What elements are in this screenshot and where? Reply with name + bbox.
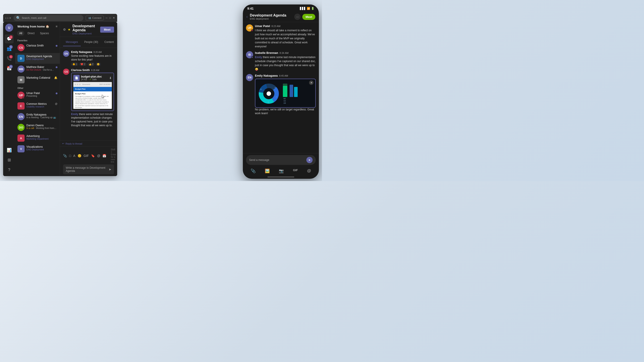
phone-msg-author-umar: Umar Patel (255, 24, 270, 28)
phone-send-button[interactable]: ➤ (306, 157, 312, 163)
unread-dot-umar (56, 92, 58, 94)
mention-icon[interactable]: @ (97, 154, 100, 158)
video-icon: 📹 (88, 16, 91, 19)
chat-item-clarissa[interactable]: CS Clarissa Smith (15, 42, 60, 53)
phone-message-umar: UP Umar Patel 8:23 AM I think we should … (246, 24, 316, 48)
forward-button[interactable]: › (8, 16, 8, 20)
phone-attach-icon[interactable]: 📎 (251, 168, 256, 173)
minimize-button[interactable]: ─ (106, 16, 108, 19)
format-icon[interactable]: □ (69, 154, 71, 158)
tab-messages[interactable]: Messages (63, 38, 81, 46)
preview-title-text: Budget Plan (75, 88, 86, 90)
window-controls[interactable]: ─ □ ✕ (106, 16, 115, 19)
unread-dot-clarissa (56, 45, 58, 47)
reaction-3[interactable]: 👍 2 (88, 62, 94, 66)
favorites-label: Favorites (15, 37, 60, 42)
phone-msg-content-isabelle: Isabelle Brennan 8:34 AM Emily there wer… (255, 51, 316, 71)
compose-toolbar: 📎 □ A 😊 GIF 🔖 @ 📅 Shift + Enter for a ne… (63, 148, 114, 164)
connect-button[interactable]: 📹 Connect (86, 16, 104, 20)
reaction-1[interactable]: 🐥 1 (71, 62, 78, 66)
chat-item-dev-agenda[interactable]: D Development Agenda ENG Deployment (15, 53, 60, 64)
close-button[interactable]: ✕ (113, 16, 115, 19)
nav-arrows[interactable]: ‹ › + (5, 16, 11, 20)
messages-area: EN Emily Nakagawa 8:20 AM Some exciting … (60, 48, 117, 141)
chat-item-umar[interactable]: UP Umar Patel Presenting (15, 90, 60, 100)
phone-msg-header-isabelle: Isabelle Brennan 8:34 AM (255, 51, 316, 54)
phone-back-button[interactable]: ‹ (246, 15, 248, 19)
add-button[interactable]: + (9, 16, 11, 20)
send-button[interactable]: ➤ (109, 168, 111, 171)
chat-item-emily[interactable]: EN Emily Nakagawa In a meeting · Catchin… (15, 111, 60, 122)
chat-item-advertising[interactable]: A Advertising Marketing Department (15, 133, 60, 143)
tab-all[interactable]: All (17, 31, 24, 36)
tab-spaces[interactable]: Spaces (38, 31, 51, 36)
avatar-visualizations: V (18, 145, 24, 152)
sidebar-item-apps[interactable]: ⊞ (5, 156, 14, 164)
file-preview: Documents EDIT IN WORD Budget Plan Budge… (73, 82, 112, 109)
svg-text:Z: Z (276, 96, 277, 98)
reply-thread[interactable]: ↩ Reply to thread (60, 141, 117, 146)
meet-button[interactable]: Meet (100, 26, 114, 33)
reaction-4[interactable]: 😊 (96, 62, 101, 66)
svg-text:MZ: MZ (284, 98, 286, 99)
reaction-2[interactable]: ❤️ 2 (79, 62, 86, 66)
star-icon[interactable]: ★ (68, 28, 71, 31)
sidebar-item-analytics[interactable]: 📊 (5, 146, 14, 155)
preview-content: Budget Plan The budget of a company is o… (73, 91, 112, 109)
chat-info-umar: Umar Patel Presenting (26, 92, 54, 97)
chat-list-title: Working from home 🏠 (18, 25, 49, 28)
sidebar-item-calendar[interactable]: 📅 1 (5, 64, 14, 73)
phone-compose-input[interactable]: Send a message ➤ (246, 155, 316, 165)
sidebar-item-calls[interactable]: 📞 1 (5, 54, 14, 63)
tab-people[interactable]: People (30) (82, 38, 101, 46)
phone-image-icon[interactable]: 🖼️ (265, 168, 270, 173)
file-size: 24 KB (81, 78, 87, 81)
back-button[interactable]: ‹ (5, 16, 6, 20)
sidebar-item-chat[interactable]: 💬 4 (5, 34, 14, 43)
compose-input[interactable]: Write a message to Development Agenda ➤ (63, 164, 114, 174)
phone-meet-button[interactable]: Meet (302, 14, 315, 20)
settings-icon[interactable]: ⚙ (63, 28, 66, 31)
sidebar-item-help[interactable]: ? (5, 165, 14, 174)
avatar-marketing: M (18, 76, 24, 83)
teams-badge: 1 (9, 45, 13, 49)
file-meta: 24 KB · ✔ Safe (81, 78, 102, 81)
text-format-icon[interactable]: A (73, 154, 75, 158)
tab-content[interactable]: Content (102, 38, 116, 46)
tab-direct[interactable]: Direct (25, 31, 37, 36)
attach-icon[interactable]: 📎 (63, 154, 67, 158)
user-avatar[interactable]: U (5, 24, 13, 32)
chat-item-darren[interactable]: DO Darren Owens In a call · Working from… (15, 122, 60, 133)
chat-info-visualizations: Visualizations ENG Deployment (26, 145, 58, 151)
analytics-icon: 📊 (7, 148, 12, 153)
sidebar-item-teams[interactable]: 👥 1 (5, 44, 14, 53)
msg-content-clarissa: Clarissa Smith 8:28 AM 📄 budget-plan.doc (71, 69, 114, 127)
giphy-icon[interactable]: GIF (84, 154, 89, 158)
chat-nav-tabs: Messages People (30) Content Schedule + … (60, 37, 117, 48)
schedule-icon[interactable]: 📅 (102, 154, 106, 158)
chat-info-darren: Darren Owens In a call · Working from ho… (26, 124, 58, 129)
chat-item-common-metrics[interactable]: C Common Metrics Usability research @ (15, 100, 60, 111)
download-icon[interactable]: ⬇ (109, 76, 112, 80)
chat-item-matthew[interactable]: MB Matthew Baker Do Not Disturb · Out fo… (15, 64, 60, 74)
emoji-icon[interactable]: 😊 (78, 154, 82, 158)
phone-camera-icon[interactable]: 📷 (279, 168, 284, 173)
search-bar[interactable]: 🔍 Search, meet, and call (14, 15, 84, 21)
avatar-clarissa: CS (18, 44, 24, 51)
chart-close-button[interactable]: ✕ (309, 80, 314, 85)
sticker-icon[interactable]: 🔖 (91, 154, 95, 158)
chat-item-marketing[interactable]: M Marketing Collateral 🔔 (15, 74, 60, 85)
chat-item-visualizations[interactable]: V Visualizations ENG Deployment (15, 143, 60, 154)
phone-gif-icon[interactable]: GIF (293, 168, 298, 173)
wifi-icon: 📶 (307, 7, 310, 10)
filter-icon[interactable]: ≡ (56, 24, 58, 28)
preview-dot-1 (75, 84, 76, 85)
chat-topbar-left: ⚙ ★ Development Agenda ENG Deployment (63, 24, 100, 35)
chat-name-visualizations: Visualizations (26, 145, 58, 148)
phone-mention-icon[interactable]: @ (307, 168, 311, 173)
phone-title-block: Development Agenda ENG deployment (250, 13, 292, 20)
phone-more-icon[interactable]: ··· (294, 14, 300, 20)
maximize-button[interactable]: □ (109, 16, 111, 19)
chat-subtitle[interactable]: ENG Deployment (72, 32, 100, 35)
phone-chat-title: Development Agenda (250, 13, 292, 17)
